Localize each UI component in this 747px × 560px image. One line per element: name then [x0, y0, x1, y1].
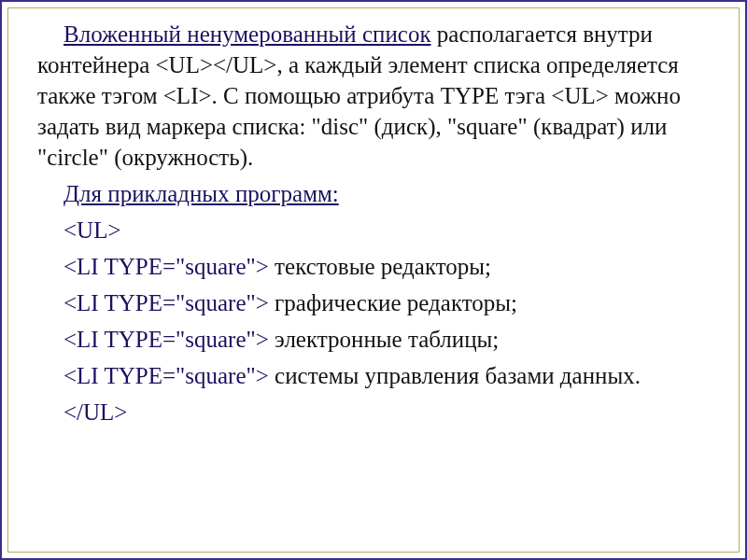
- code-ul-close: </UL>: [37, 397, 717, 427]
- code-li-1: <LI TYPE="square"> текстовые редакторы;: [37, 251, 717, 282]
- code-li-2: <LI TYPE="square"> графические редакторы…: [37, 287, 717, 318]
- subtitle-text: Для прикладных программ:: [63, 181, 339, 206]
- li2-text: графические редакторы;: [269, 290, 517, 315]
- code-li-3: <LI TYPE="square"> электронные таблицы;: [37, 324, 717, 355]
- slide-frame: Вложенный ненумерованный список располаг…: [0, 0, 747, 560]
- li2-tag: <LI TYPE="square">: [63, 290, 269, 315]
- paragraph-intro: Вложенный ненумерованный список располаг…: [37, 19, 717, 173]
- code-li-4: <LI TYPE="square"> системы управления ба…: [37, 360, 717, 391]
- li4-tag: <LI TYPE="square">: [63, 363, 269, 388]
- li4-text: системы управления базами данных.: [269, 363, 641, 388]
- li1-tag: <LI TYPE="square">: [63, 254, 269, 279]
- code-ul-open: <UL>: [37, 215, 717, 245]
- intro-title: Вложенный ненумерованный список: [63, 21, 431, 47]
- paragraph-subtitle: Для прикладных программ:: [37, 178, 717, 209]
- li3-tag: <LI TYPE="square">: [63, 327, 269, 352]
- li3-text: электронные таблицы;: [269, 327, 499, 352]
- li1-text: текстовые редакторы;: [269, 254, 491, 279]
